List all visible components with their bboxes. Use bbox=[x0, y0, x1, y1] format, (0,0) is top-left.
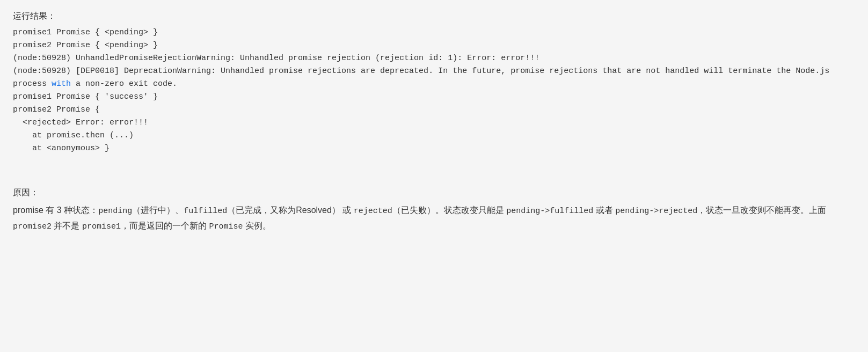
output-line-4: (node:50928) [DEP0018] DeprecationWarnin… bbox=[13, 65, 855, 91]
output-line-3: (node:50928) UnhandledPromiseRejectionWa… bbox=[13, 52, 855, 65]
output-line-9: at <anonymous> } bbox=[13, 142, 855, 155]
reason-text-normal-3: （已完成，又称为Resolved） 或 bbox=[227, 206, 354, 215]
reason-label: 原因： bbox=[13, 187, 855, 199]
reason-code-fulfilled: fulfilled bbox=[184, 207, 227, 216]
reason-text-normal-9: 实例。 bbox=[243, 221, 271, 230]
reason-text-normal-7: 并不是 bbox=[52, 221, 82, 230]
reason-code-promise1: promise1 bbox=[82, 222, 121, 231]
reason-text-normal-2: （进行中）、 bbox=[132, 206, 184, 215]
output-line-5: promise1 Promise { 'success' } bbox=[13, 91, 855, 104]
spacer bbox=[13, 171, 855, 182]
reason-code-rejected: rejected bbox=[354, 207, 392, 216]
reason-code-pending-rejected: pending->rejected bbox=[615, 207, 697, 216]
run-result-label: 运行结果： bbox=[13, 11, 855, 22]
output-line-7: <rejected> Error: error!!! bbox=[13, 116, 855, 129]
with-link[interactable]: with bbox=[52, 79, 71, 89]
output-line-2: promise2 Promise { <pending> } bbox=[13, 39, 855, 52]
reason-code-pending: pending bbox=[98, 207, 132, 216]
reason-text-normal-8: ，而是返回的一个新的 bbox=[121, 221, 209, 230]
reason-body: promise 有 3 种状态：pending（进行中）、fulfilled（已… bbox=[13, 203, 855, 234]
reason-code-Promise: Promise bbox=[209, 222, 243, 231]
reason-code-promise2: promise2 bbox=[13, 222, 52, 231]
reason-section: 原因： promise 有 3 种状态：pending（进行中）、fulfill… bbox=[13, 187, 855, 234]
reason-text-normal-4: （已失败）。状态改变只能是 bbox=[392, 206, 506, 215]
reason-code-pending-fulfilled: pending->fulfilled bbox=[506, 207, 593, 216]
output-line-1: promise1 Promise { <pending> } bbox=[13, 26, 855, 39]
reason-text-normal-6: ，状态一旦改变则不能再变。上面 bbox=[697, 206, 826, 215]
output-line-6: promise2 Promise { bbox=[13, 104, 855, 116]
reason-text-normal-5: 或者 bbox=[593, 206, 615, 215]
reason-text-normal-1: promise 有 3 种状态： bbox=[13, 206, 98, 215]
output-line-8: at promise.then (...) bbox=[13, 129, 855, 142]
run-result-section: 运行结果： promise1 Promise { <pending> } pro… bbox=[13, 11, 855, 155]
output-block: promise1 Promise { <pending> } promise2 … bbox=[13, 26, 855, 155]
